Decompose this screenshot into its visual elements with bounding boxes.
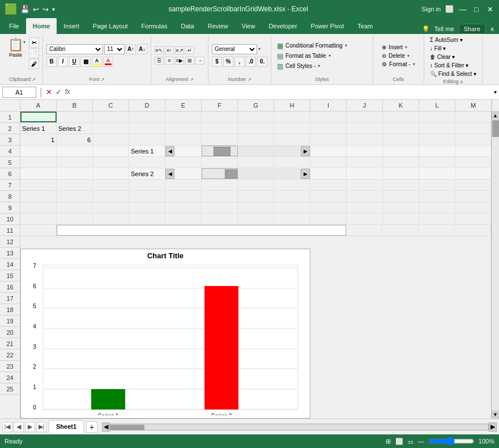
col-header-f[interactable]: F — [202, 100, 238, 111]
cell-i7[interactable] — [310, 180, 347, 190]
row-num-22[interactable]: 22 — [0, 349, 20, 361]
cell-styles-btn[interactable]: ▥ Cell Styles - ▾ — [275, 62, 369, 71]
autosum-btn[interactable]: Σ AutoSum ▾ — [428, 36, 479, 44]
cf-dropdown[interactable]: ▾ — [345, 43, 347, 48]
series2-scroll-thumb[interactable] — [225, 169, 238, 178]
cell-j5[interactable] — [347, 157, 383, 168]
cell-f3[interactable] — [202, 134, 238, 145]
formula-input[interactable] — [72, 87, 492, 98]
cell-i6[interactable] — [310, 168, 347, 179]
row-num-2[interactable]: 2 — [0, 123, 20, 134]
fill-btn[interactable]: ↓ Fill ▾ — [428, 45, 479, 52]
row-num-5[interactable]: 5 — [0, 157, 20, 168]
tab-page-layout[interactable]: Page Layout — [86, 18, 135, 34]
align-center-btn[interactable]: ≡ — [165, 57, 174, 65]
cell-f1[interactable] — [202, 112, 238, 122]
cell-d7[interactable] — [129, 180, 165, 190]
cell-d3[interactable] — [129, 134, 165, 145]
fill-color-btn[interactable]: A — [92, 57, 102, 67]
find-select-btn[interactable]: 🔍 Find & Select ▾ — [428, 70, 479, 78]
align-top-center-btn[interactable]: ≡↑ — [165, 46, 174, 54]
cell-g2[interactable] — [238, 123, 274, 134]
row-num-25[interactable]: 25 — [0, 383, 20, 395]
tab-power-pivot[interactable]: Power Pivot — [304, 18, 351, 34]
cell-c6[interactable] — [93, 168, 129, 179]
align-top-right-btn[interactable]: ≡↗ — [175, 46, 184, 54]
row-num-23[interactable]: 23 — [0, 361, 20, 372]
tab-view[interactable]: View — [235, 18, 262, 34]
quick-access-undo[interactable]: ↩ — [33, 5, 39, 14]
confirm-formula-btn[interactable]: ✓ — [56, 88, 62, 96]
cell-k3[interactable] — [383, 134, 419, 145]
quick-access-redo[interactable]: ↪ — [42, 5, 49, 14]
cell-l11[interactable] — [419, 225, 455, 236]
cell-l5[interactable] — [419, 157, 455, 168]
cell-j6[interactable] — [347, 168, 383, 179]
format-btn[interactable]: ⚙ Format - ▾ — [379, 61, 417, 68]
bar-series1[interactable] — [91, 389, 125, 409]
row-num-16[interactable]: 16 — [0, 281, 20, 293]
wrap-text-btn[interactable]: ↵ — [185, 46, 194, 54]
cell-a5[interactable] — [20, 157, 57, 168]
cell-b4[interactable] — [57, 146, 93, 156]
cell-e3[interactable] — [165, 134, 202, 145]
vertical-scrollbar[interactable]: ▲ ▼ — [491, 112, 499, 419]
cell-k6[interactable] — [383, 168, 419, 179]
col-header-a[interactable]: A — [20, 100, 57, 111]
cell-d4[interactable]: Series 1 — [129, 146, 165, 156]
col-header-j[interactable]: J — [347, 100, 383, 111]
cell-m1[interactable] — [455, 112, 491, 122]
series2-scroll-left[interactable]: ◀ — [165, 169, 174, 179]
cell-l6[interactable] — [419, 168, 455, 179]
tab-data[interactable]: Data — [174, 18, 201, 34]
cell-c7[interactable] — [93, 180, 129, 190]
cell-j3[interactable] — [347, 134, 383, 145]
cell-b3[interactable]: 6 — [57, 134, 93, 145]
font-color-btn[interactable]: A — [103, 57, 113, 67]
cell-e4[interactable]: ◀ — [165, 146, 202, 156]
cell-b7[interactable] — [57, 180, 93, 190]
layout-icon[interactable]: ⬜ — [445, 5, 454, 13]
cell-j4[interactable] — [347, 146, 383, 156]
cell-j2[interactable] — [347, 123, 383, 134]
editing-collapse[interactable]: ∧ — [460, 79, 463, 84]
tab-developer[interactable]: Developer — [262, 18, 304, 34]
row-num-10[interactable]: 10 — [0, 214, 20, 225]
align-left-btn[interactable]: ☰ — [155, 57, 164, 65]
format-painter-btn[interactable]: 🖌 — [29, 59, 39, 69]
quick-access-save[interactable]: 💾 — [20, 5, 29, 14]
row-num-12[interactable]: 12 — [0, 236, 20, 248]
cell-i4[interactable] — [310, 146, 347, 156]
cell-i3[interactable] — [310, 134, 347, 145]
cell-a9[interactable] — [20, 202, 57, 213]
cell-c3[interactable] — [93, 134, 129, 145]
cell-i5[interactable] — [310, 157, 347, 168]
cell-g4[interactable] — [238, 146, 274, 156]
cell-d2[interactable] — [129, 123, 165, 134]
tab-team[interactable]: Team — [351, 18, 379, 34]
cell-f5[interactable] — [202, 157, 238, 168]
cell-a10[interactable] — [20, 214, 57, 224]
v-scroll-up-btn[interactable]: ▲ — [492, 112, 500, 120]
row-num-6[interactable]: 6 — [0, 168, 20, 180]
alignment-expand[interactable]: ↗ — [190, 77, 194, 82]
cell-c4[interactable] — [93, 146, 129, 156]
clipboard-expand[interactable]: ↗ — [32, 77, 36, 82]
tab-review[interactable]: Review — [201, 18, 235, 34]
sheet-nav-last[interactable]: ▶| — [36, 422, 46, 432]
series2-scroll-right[interactable]: ▶ — [301, 169, 310, 179]
cell-reference-box[interactable] — [2, 87, 36, 98]
col-header-c[interactable]: C — [93, 100, 129, 111]
row-num-14[interactable]: 14 — [0, 259, 20, 270]
cell-k5[interactable] — [383, 157, 419, 168]
comma-btn[interactable]: , — [234, 57, 245, 67]
cell-b2[interactable]: Series 2 — [57, 123, 93, 134]
paste-btn[interactable]: 📋 Paste ▾ — [6, 36, 28, 59]
cell-a2[interactable]: Series 1 — [20, 123, 57, 134]
cs-dropdown[interactable]: ▾ — [318, 63, 320, 69]
row-num-18[interactable]: 18 — [0, 304, 20, 315]
cell-l7[interactable] — [419, 180, 455, 190]
cell-h6[interactable]: ▶ — [274, 168, 310, 179]
number-format-dropdown[interactable]: ▾ — [258, 46, 261, 52]
cell-h2[interactable] — [274, 123, 310, 134]
